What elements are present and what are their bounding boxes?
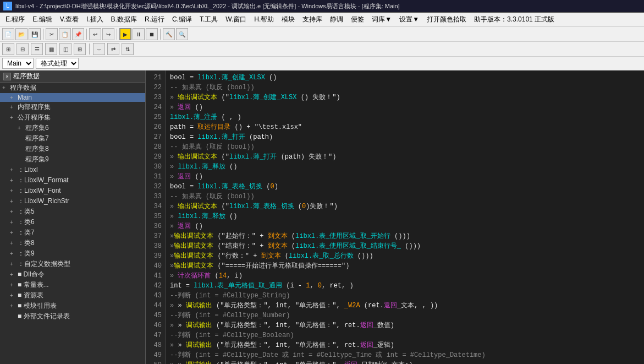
tree-item-1[interactable]: +Main — [0, 93, 145, 102]
tree-label-2: 内部程序集 — [18, 102, 51, 112]
tree-item-16[interactable]: +：类9 — [0, 248, 145, 259]
menu-item-B[interactable]: B.数据库 — [108, 14, 140, 25]
toolbar-paste[interactable]: 📌 — [72, 28, 84, 40]
tree-label-6: 程序集8 — [25, 144, 49, 154]
panel-collapse-btn[interactable]: × — [3, 73, 11, 80]
tree-label-22: ■ 外部文件记录表 — [18, 312, 70, 321]
tree-item-4[interactable]: +程序集6 — [0, 123, 145, 133]
menu-item-W[interactable]: W.窗口 — [222, 14, 250, 25]
line-num-40: 40 — [149, 261, 162, 271]
tree-item-7[interactable]: 程序集9 — [0, 154, 145, 165]
menu-item-[interactable]: 设置▼ — [396, 14, 422, 25]
tree-label-9: ：LibxlW_Format — [18, 176, 69, 185]
toolbar-undo[interactable]: ↩ — [89, 28, 101, 40]
code-line-50: » » 调试输出 ("单元格类型：", int, "单元格值：", 返回_日期时… — [170, 360, 640, 364]
toolbar-find[interactable]: 🔍 — [176, 28, 188, 40]
menu-item-[interactable]: 支持库 — [299, 14, 326, 25]
menu-item-C[interactable]: C.编译 — [169, 14, 195, 25]
tree-label-15: ：类8 — [18, 238, 35, 248]
toolbar-stop[interactable]: ⏹ — [146, 28, 158, 40]
code-lines-container: bool = libxl.薄_创建_XLSX ()-- 如果真 (取反 (boo… — [166, 70, 644, 364]
tb2-btn5[interactable]: ◫ — [59, 43, 71, 55]
menu-item-[interactable]: 便签 — [348, 14, 367, 25]
tb2-btn2[interactable]: ⊟ — [16, 43, 29, 55]
line-num-25: 25 — [149, 112, 162, 122]
tree-item-2[interactable]: +内部程序集 — [0, 102, 145, 112]
tb2-btn8[interactable]: ⇄ — [107, 43, 119, 55]
menu-item-[interactable]: 打开颜色拾取 — [423, 14, 470, 25]
tree-item-19[interactable]: +■ 常量表... — [0, 280, 145, 290]
toolbar-copy[interactable]: 📋 — [59, 28, 71, 40]
tree-item-0[interactable]: +程序数据 — [0, 83, 145, 93]
tb2-btn1[interactable]: ⊞ — [2, 43, 14, 55]
tree-label-18: ■ Dll命令 — [18, 270, 45, 279]
line-num-36: 36 — [149, 221, 162, 231]
toolbar-run[interactable]: ▶ — [119, 28, 131, 40]
tb2-btn3[interactable]: ☰ — [31, 43, 43, 55]
tree-item-21[interactable]: +■ 模块引用表 — [0, 301, 145, 311]
scope-dropdown[interactable]: Main — [2, 58, 34, 69]
toolbar-redo[interactable]: ↪ — [102, 28, 114, 40]
tree-label-12: ：类5 — [18, 207, 35, 216]
tree-label-13: ：类6 — [18, 218, 35, 227]
code-line-46: » » 调试输出 ("单元格类型：", int, "单元格值：", ret.返回… — [170, 320, 640, 330]
menu-item-V[interactable]: V.查看 — [57, 14, 82, 25]
menu-item-I[interactable]: I.插入 — [83, 14, 107, 25]
format-dropdown[interactable]: 格式处理 — [36, 58, 79, 69]
line-num-26: 26 — [149, 122, 162, 132]
tree-item-22[interactable]: ■ 外部文件记录表 — [0, 311, 145, 322]
tree-item-17[interactable]: +：自定义数据类型 — [0, 259, 145, 269]
code-line-27: bool = libxl.薄_打开 (path) — [170, 132, 640, 142]
menu-item-330101[interactable]: 助手版本：3.3.0101 正式版 — [471, 14, 558, 25]
expand-icon-1: + — [10, 95, 16, 101]
tree-item-6[interactable]: 程序集8 — [0, 144, 145, 154]
panel-header: × 程序数据 — [0, 70, 145, 83]
code-line-40: »输出调试文本 ("=====开始进行单元格取值操作======") — [170, 261, 640, 271]
menu-item-[interactable]: 模块 — [278, 14, 298, 25]
menu-bar: E.程序E.编辑V.查看I.插入B.数据库R.运行C.编译T.工具W.窗口H.帮… — [0, 13, 644, 27]
tree-item-18[interactable]: +■ Dll命令 — [0, 269, 145, 280]
title-text: libxl-v4 - Z:\project\0-DH增强模块\模块化开发\ec源… — [15, 2, 400, 10]
line-num-31: 31 — [149, 172, 162, 182]
code-line-38: »输出调试文本 ("结束行：" + 到文本 (libxl.表_使用区域_取_结束… — [170, 241, 640, 251]
tree-label-10: ：LibxlW_Font — [18, 186, 61, 195]
toolbar-compile[interactable]: 🔨 — [163, 28, 175, 40]
tb2-btn6[interactable]: ⊞ — [74, 43, 86, 55]
tree-item-3[interactable]: +公开程序集 — [0, 112, 145, 123]
menu-item-[interactable]: 静调 — [327, 14, 346, 25]
code-line-37: »输出调试文本 ("起始行：" + 到文本 (libxl.表_使用区域_取_开始… — [170, 231, 640, 241]
tree-item-14[interactable]: +：类7 — [0, 227, 145, 238]
menu-item-E[interactable]: E.程序 — [2, 14, 28, 25]
toolbar-new[interactable]: 📄 — [2, 28, 14, 40]
toolbar-save[interactable]: 💾 — [29, 28, 41, 40]
menu-item-E[interactable]: E.编辑 — [29, 14, 55, 25]
line-num-43: 43 — [149, 291, 162, 301]
tree-item-15[interactable]: +：类8 — [0, 238, 145, 248]
line-num-39: 39 — [149, 251, 162, 261]
tb2-btn7[interactable]: ↔ — [93, 43, 105, 55]
line-num-37: 37 — [149, 231, 162, 241]
tree-item-5[interactable]: 程序集7 — [0, 133, 145, 144]
tb2-btn9[interactable]: ⇅ — [122, 43, 134, 55]
tree-item-9[interactable]: +：LibxlW_Format — [0, 175, 145, 186]
tree-item-20[interactable]: +■ 资源表 — [0, 290, 145, 301]
menu-item-R[interactable]: R.运行 — [141, 14, 168, 25]
tree-item-12[interactable]: +：类5 — [0, 207, 145, 217]
tree-item-8[interactable]: +：Libxl — [0, 165, 145, 175]
toolbar-sep1 — [43, 29, 43, 40]
menu-item-H[interactable]: H.帮助 — [251, 14, 277, 25]
menu-item-T[interactable]: T.工具 — [196, 14, 221, 25]
tree-item-10[interactable]: +：LibxlW_Font — [0, 186, 145, 196]
line-num-47: 47 — [149, 330, 162, 340]
line-num-35: 35 — [149, 211, 162, 221]
code-line-30: » libxl.薄_释放 () — [170, 162, 640, 172]
code-line-25: libxl.薄_注册 ( , ) — [170, 112, 640, 122]
tree-item-11[interactable]: +：LibxlW_RichStr — [0, 196, 145, 207]
tb2-btn4[interactable]: ▦ — [45, 43, 57, 55]
line-num-41: 41 — [149, 271, 162, 281]
toolbar-cut[interactable]: ✂ — [46, 28, 58, 40]
toolbar-open[interactable]: 📂 — [15, 28, 27, 40]
toolbar-debug[interactable]: ⏸ — [133, 28, 145, 40]
menu-item-[interactable]: 词库▼ — [368, 14, 395, 25]
tree-item-13[interactable]: +：类6 — [0, 217, 145, 227]
